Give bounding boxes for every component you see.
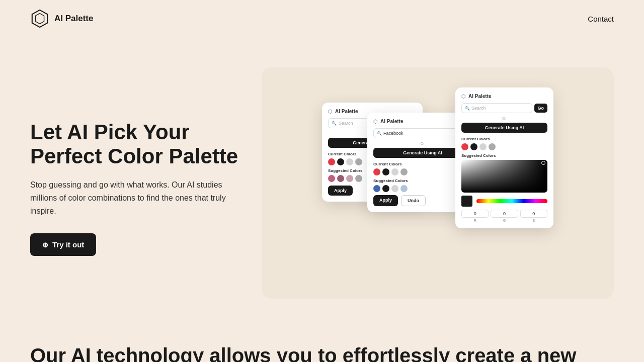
mock3-search-row[interactable]: 🔍 Search Go [461,103,547,113]
color-dot [400,168,408,175]
mock3-b-input[interactable]: 0 B [520,210,547,222]
mock3-r-label: R [461,219,489,222]
mock2-search-field[interactable]: 🔍 Facebook [373,128,457,138]
contact-link[interactable]: Contact [588,15,614,23]
mock3-gen-btn[interactable]: Generate Using AI [461,123,547,133]
mock3-current-colors [461,143,547,150]
mock1-title: AI Palette [335,109,358,114]
mock3-g-val[interactable]: 0 [491,210,518,218]
color-dot [391,185,398,192]
color-dot [337,175,344,182]
bottom-title: Our AI technology allows you to effortle… [30,344,614,362]
color-dot [355,175,362,182]
mock3-go-btn[interactable]: Go [534,104,548,113]
color-dot [391,168,398,175]
mockups-container: ⬡ AI Palette 🔍 Search Or Generate Using … [322,87,553,279]
color-dot [382,168,389,175]
mock2-undo-btn[interactable]: Undo [401,195,426,206]
color-dot [479,143,487,150]
svg-marker-1 [35,14,44,24]
mock3-g-input[interactable]: 0 G [491,210,518,222]
mock2-title: AI Palette [380,119,404,124]
mock3-suggested-label: Suggested Colors [461,153,547,158]
hue-bar-container [476,199,547,203]
logo-text: AI Palette [54,14,93,24]
mock3-r-val[interactable]: 0 [461,210,489,218]
mock2-apply-btn[interactable]: Apply [373,195,398,206]
svg-marker-0 [32,10,47,27]
color-dot [328,175,335,182]
mock3-rgb-row: 0 R 0 G 0 B [461,210,547,222]
preview-card: ⬡ AI Palette 🔍 Search Or Generate Using … [262,67,614,299]
mock1-search-icon: 🔍 [332,121,337,126]
mock1-logo-icon: ⬡ [328,109,333,114]
color-gradient-picker[interactable] [461,160,547,193]
navbar: AI Palette Contact [0,0,644,37]
mock3-g-label: G [491,219,518,222]
try-btn-label: Try it out [52,240,84,249]
hero-description: Stop guessing and go with what works. Ou… [30,178,242,217]
color-dot [470,143,477,150]
mock2-logo-icon: ⬡ [373,119,378,124]
mock3-r-input[interactable]: 0 R [461,210,489,222]
mock3-or: Or [461,116,547,121]
color-dot [489,143,496,150]
hero-title: Let AI Pick Your Perfect Color Palette [30,120,242,169]
hero-text-block: Let AI Pick Your Perfect Color Palette S… [30,110,242,256]
try-btn-icon: ⊕ [42,241,48,249]
color-dot [373,168,380,175]
bottom-section: Our AI technology allows you to effortle… [0,329,644,362]
mock3-current-label: Current Colors [461,137,547,141]
mock3-header: ⬡ AI Palette [461,94,547,99]
mock2-search-value: Facebook [383,131,404,136]
mock3-swatch-row [461,196,547,207]
try-it-out-button[interactable]: ⊕ Try it out [30,233,96,256]
color-dot [400,185,408,192]
mockup-panel-3: ⬡ AI Palette 🔍 Search Go Or Generate Usi… [455,87,553,228]
color-dot [346,158,353,165]
mock3-black-swatch[interactable] [461,196,472,207]
mock3-search-field[interactable]: 🔍 Search [461,103,532,113]
mock3-b-label: B [520,219,547,222]
mock3-search-icon: 🔍 [465,106,470,111]
hue-bar[interactable] [476,199,547,203]
color-dot [373,185,380,192]
mock2-search-icon: 🔍 [377,131,382,136]
color-dot [337,158,344,165]
gradient-handle[interactable] [541,161,545,165]
logo-icon [30,9,49,28]
mock3-search-placeholder: Search [471,106,486,111]
mock3-b-val[interactable]: 0 [520,210,547,218]
logo: AI Palette [30,9,93,28]
mock3-title: AI Palette [468,94,492,99]
mock3-logo-icon: ⬡ [461,94,466,99]
color-dot [355,158,362,165]
color-dot [346,175,353,182]
hero-section: Let AI Pick Your Perfect Color Palette S… [0,37,644,329]
color-dot [382,185,389,192]
color-dot [328,158,335,165]
color-dot [461,143,468,150]
mock1-apply-btn[interactable]: Apply [328,186,353,196]
